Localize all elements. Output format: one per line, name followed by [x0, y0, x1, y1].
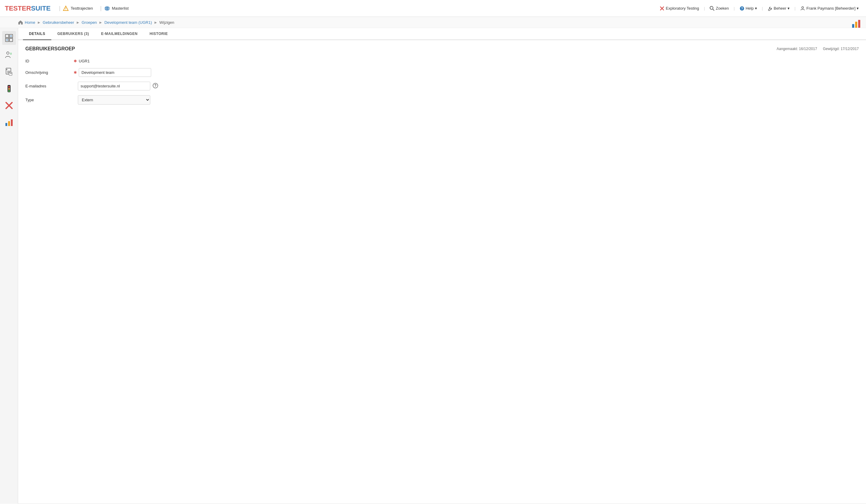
sidebar-item-status[interactable]	[2, 82, 16, 95]
svg-line-10	[713, 9, 714, 11]
users-icon	[5, 51, 13, 59]
svg-point-21	[6, 39, 8, 41]
nav-masterlist-label: Masterlist	[112, 6, 129, 11]
right-divider-4: |	[793, 6, 797, 11]
x-red-icon	[659, 6, 664, 11]
tab-gebruikers[interactable]: GEBRUIKERS (3)	[51, 28, 95, 40]
nav-testtrajecten[interactable]: ! Testtrajecten	[63, 5, 93, 11]
svg-point-34	[8, 88, 10, 90]
help-btn[interactable]: ? Help ▾	[737, 6, 759, 11]
created-date: 16/12/2017	[799, 47, 817, 51]
home-icon	[18, 20, 23, 25]
modified-date: 17/12/2017	[841, 47, 859, 51]
x-mark-icon	[5, 101, 13, 110]
svg-point-22	[10, 36, 11, 37]
search-label: Zoeken	[716, 6, 729, 11]
breadcrumb-current: Wijzigen	[159, 20, 174, 25]
right-divider-1: |	[703, 6, 706, 11]
nav-masterlist[interactable]: Masterlist	[104, 5, 129, 11]
svg-rect-14	[852, 24, 854, 28]
search-icon	[710, 6, 714, 11]
breadcrumb-row: Home ► Gebruikersbeheer ► Groepen ► Deve…	[0, 17, 866, 28]
sidebar-item-gebruikers[interactable]	[2, 48, 16, 62]
nav-divider-2: |	[100, 5, 102, 11]
layout: DETAILS GEBRUIKERS (3) E-MAILMELDINGEN H…	[0, 28, 866, 504]
user-btn[interactable]: Frank Paymans [Beheerder] ▾	[798, 6, 861, 11]
email-help-icon[interactable]: ?	[153, 83, 158, 90]
beheer-label: Beheer	[774, 6, 786, 11]
svg-text:?: ?	[154, 83, 156, 88]
chart-corner-btn[interactable]	[852, 19, 861, 29]
description-required-star: ✱	[74, 70, 77, 75]
sidebar-item-falen[interactable]	[2, 99, 16, 112]
tabs: DETAILS GEBRUIKERS (3) E-MAILMELDINGEN H…	[18, 28, 866, 40]
section-header: GEBRUIKERSGROEP Aangemaakt: 16/12/2017 G…	[25, 46, 859, 51]
description-input[interactable]	[79, 68, 151, 77]
document-icon	[5, 68, 13, 76]
svg-rect-17	[5, 34, 9, 38]
svg-point-9	[710, 6, 713, 9]
form-row-email: E-mailadres ?	[25, 82, 859, 90]
sidebar-item-rapportage[interactable]	[2, 115, 16, 129]
breadcrumb: Home ► Gebruikersbeheer ► Groepen ► Deve…	[0, 17, 866, 28]
beheer-dropdown-icon: ▾	[788, 6, 790, 11]
bar-chart-corner-icon	[852, 19, 861, 28]
svg-rect-16	[858, 20, 860, 28]
help-label: Help	[746, 6, 754, 11]
warning-triangle-icon: !	[63, 5, 69, 11]
sidebar-item-documenten[interactable]	[2, 65, 16, 79]
modified-label: Gewijzigd:	[823, 47, 840, 51]
description-label: Omschrijving	[25, 70, 74, 75]
nav-divider-1: |	[59, 5, 60, 11]
content-area: GEBRUIKERSGROEP Aangemaakt: 16/12/2017 G…	[18, 40, 866, 115]
breadcrumb-home[interactable]: Home	[25, 20, 35, 25]
svg-point-23	[7, 52, 9, 54]
form-row-description: Omschrijving ✱	[25, 68, 859, 77]
logo-tester: TESTER	[5, 4, 31, 12]
svg-point-35	[8, 90, 10, 92]
search-btn[interactable]: Zoeken	[707, 6, 731, 11]
nav-testtrajecten-label: Testtrajecten	[70, 6, 93, 11]
svg-text:!: !	[66, 7, 66, 11]
beheer-btn[interactable]: Beheer ▾	[765, 6, 792, 11]
traffic-light-icon	[5, 84, 13, 93]
logo[interactable]: TESTERSUITE	[5, 4, 51, 12]
svg-rect-31	[9, 72, 12, 75]
id-required-star: ✱	[74, 59, 77, 63]
tools-icon	[768, 6, 773, 11]
svg-rect-20	[9, 38, 13, 42]
breadcrumb-team[interactable]: Development team (UGR1)	[104, 20, 152, 25]
svg-rect-40	[11, 119, 13, 126]
form-row-id: ID ✱ UGR1	[25, 59, 859, 63]
id-value: UGR1	[79, 59, 90, 63]
breadcrumb-groepen[interactable]: Groepen	[82, 20, 97, 25]
exploratory-testing-btn[interactable]: Exploratory Testing	[657, 6, 701, 11]
user-dropdown-icon: ▾	[857, 6, 859, 11]
svg-rect-39	[8, 121, 10, 126]
help-dropdown-icon: ▾	[755, 6, 757, 11]
header: TESTERSUITE | ! Testtrajecten | Masterli…	[0, 0, 866, 17]
right-divider-2: |	[733, 6, 736, 11]
bar-chart-sidebar-icon	[5, 118, 13, 127]
svg-text:?: ?	[741, 7, 743, 10]
svg-rect-15	[855, 22, 857, 28]
email-input[interactable]	[78, 82, 150, 90]
breadcrumb-gebruikersbeheer[interactable]: Gebruikersbeheer	[43, 20, 74, 25]
exploratory-testing-label: Exploratory Testing	[666, 6, 699, 11]
section-title: GEBRUIKERSGROEP	[25, 46, 75, 51]
svg-point-13	[802, 7, 803, 9]
user-icon	[800, 6, 805, 11]
header-right: Exploratory Testing | Zoeken | ? Help ▾	[657, 6, 861, 11]
tab-historie[interactable]: HISTORIE	[144, 28, 174, 40]
svg-rect-38	[5, 123, 7, 126]
user-label: Frank Paymans [Beheerder]	[806, 6, 855, 11]
tab-details[interactable]: DETAILS	[23, 28, 51, 40]
form-row-type: Type Extern Intern	[25, 95, 859, 105]
sidebar	[0, 28, 18, 504]
sidebar-item-dashboard[interactable]	[2, 31, 16, 45]
tab-emailmeldingen[interactable]: E-MAILMELDINGEN	[95, 28, 144, 40]
type-select[interactable]: Extern Intern	[78, 95, 150, 105]
type-label: Type	[25, 98, 74, 102]
main-content: DETAILS GEBRUIKERS (3) E-MAILMELDINGEN H…	[18, 28, 866, 504]
right-divider-3: |	[761, 6, 764, 11]
